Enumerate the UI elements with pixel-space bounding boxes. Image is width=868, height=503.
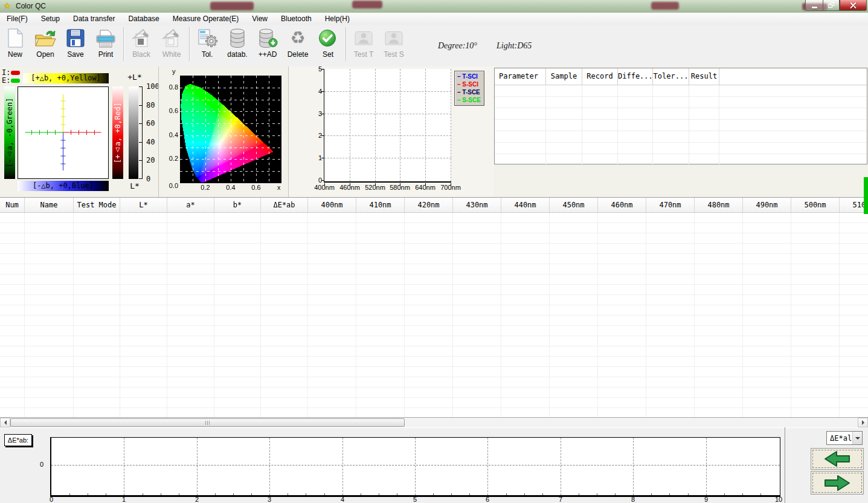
database-icon: [226, 27, 249, 50]
column-header-430nm[interactable]: 430nm: [453, 198, 501, 213]
column-header-Name[interactable]: Name: [25, 198, 74, 213]
column-header-500nm[interactable]: 500nm: [791, 198, 840, 213]
chevron-down-icon[interactable]: [852, 432, 862, 444]
scroll-right-button[interactable]: [858, 418, 868, 427]
menu-data-transfer[interactable]: Data transfer: [66, 13, 121, 25]
lightness-scale: 100806040200: [141, 86, 158, 179]
test-target-button[interactable]: Test T: [349, 27, 379, 64]
edge-indicator-bar: [864, 177, 868, 214]
black-calibration-button[interactable]: Black: [126, 27, 156, 64]
menu-view[interactable]: View: [245, 13, 274, 25]
column-header-a*[interactable]: a*: [167, 198, 214, 213]
cie-y-tick: 0.2: [160, 155, 178, 162]
column-header-460nm[interactable]: 460nm: [598, 198, 646, 213]
black-calibration-icon: [130, 27, 153, 50]
minimize-icon: [812, 7, 817, 8]
column-header-490nm[interactable]: 490nm: [743, 198, 791, 213]
trend-x-tick: 9: [704, 496, 708, 503]
trend-x-tick: 1: [122, 496, 126, 503]
column-header-400nm[interactable]: 400nm: [308, 198, 356, 213]
metric-dropdown[interactable]: ΔE*al: [826, 431, 863, 445]
menu-database[interactable]: Database: [121, 13, 166, 25]
column-header-410nm[interactable]: 410nm: [356, 198, 405, 213]
cie-x-axis-label: x: [277, 184, 281, 191]
wallpaper-blob: [651, 2, 679, 10]
param-table-row: [495, 154, 867, 166]
column-header-Test Mode[interactable]: Test Mode: [74, 198, 120, 213]
delete-button[interactable]: ♻ Delete: [283, 27, 313, 64]
titlebar[interactable]: ★ Color QC: [0, 0, 868, 13]
indicator-e-swatch: [11, 79, 20, 83]
save-button[interactable]: Save: [60, 27, 91, 64]
blue-axis-gradient-bar: [-△b, +0,Blue]: [18, 181, 109, 191]
column-header-sample[interactable]: Sample: [546, 68, 582, 85]
test-sample-button[interactable]: Test S: [379, 27, 409, 64]
column-header-470nm[interactable]: 470nm: [646, 198, 695, 213]
column-header-tolerance[interactable]: Toler...: [653, 68, 689, 85]
add-data-button[interactable]: ++AD: [252, 27, 283, 64]
column-header-440nm[interactable]: 440nm: [501, 198, 550, 213]
parameter-table: Parameter Sample Record Diffe... Toler..…: [494, 68, 867, 164]
restore-icon: [828, 2, 835, 8]
cie-y-tick: 0.8: [160, 83, 178, 91]
parameter-table-header: Parameter Sample Record Diffe... Toler..…: [495, 68, 867, 85]
trend-x-tick: 2: [195, 496, 199, 503]
open-folder-icon: [34, 27, 57, 50]
column-header-Num[interactable]: Num: [0, 198, 25, 213]
legend-entry-t-sce: – T-SCE: [457, 88, 484, 96]
white-calibration-button[interactable]: White: [156, 27, 187, 64]
tolerance-button[interactable]: Tol.: [192, 27, 222, 64]
restore-button[interactable]: [823, 0, 840, 11]
database-button[interactable]: datab.: [222, 27, 252, 64]
horizontal-scrollbar[interactable]: [0, 417, 868, 427]
spectral-legend: – T-SCI– S-SCI– T-SCE– S-SCE: [454, 71, 484, 106]
toolbar-separator: [123, 27, 124, 61]
column-header-parameter[interactable]: Parameter: [495, 68, 546, 85]
spectral-y-tick: 1: [314, 154, 322, 161]
menu-file[interactable]: File(F): [0, 13, 34, 25]
toolbar: New Open Save Print Black White: [0, 25, 868, 67]
lightness-gradient-bar: [129, 86, 138, 179]
scroll-left-button[interactable]: [0, 418, 10, 427]
column-header-480nm[interactable]: 480nm: [695, 198, 743, 213]
toolbar-label: New: [8, 50, 22, 59]
spectral-x-tick: 520nm: [365, 184, 385, 191]
column-header-ΔE*ab[interactable]: ΔE*ab: [261, 198, 308, 213]
minimize-button[interactable]: [805, 0, 823, 11]
toolbar-label: Black: [132, 50, 150, 59]
parameter-panel: Parameter Sample Record Diffe... Toler..…: [494, 67, 868, 197]
close-button[interactable]: [840, 0, 867, 11]
menu-setup[interactable]: Setup: [34, 13, 66, 25]
indicator-i-swatch: [11, 71, 20, 75]
lab-axes: [18, 87, 108, 178]
test-target-icon: [352, 27, 375, 50]
column-header-450nm[interactable]: 450nm: [550, 198, 598, 213]
lab-diff-plot: [18, 86, 109, 179]
previous-record-button[interactable]: [811, 448, 864, 470]
scrollbar-thumb[interactable]: [10, 418, 405, 427]
column-header-record[interactable]: Record: [582, 68, 618, 85]
open-button[interactable]: Open: [30, 27, 60, 64]
menu-measure-operate[interactable]: Measure Operate(E): [166, 13, 245, 25]
column-header-420nm[interactable]: 420nm: [405, 198, 453, 213]
menu-help[interactable]: Help(H): [318, 13, 356, 25]
green-axis-gradient-bar: [-△a, -0,Green]: [4, 86, 15, 179]
toolbar-label: Test T: [354, 50, 373, 59]
menu-bluetooth[interactable]: Bluetooth: [274, 13, 318, 25]
column-header-difference[interactable]: Diffe...: [618, 68, 653, 85]
set-button[interactable]: Set: [313, 27, 343, 64]
spectral-y-tick: 3: [314, 110, 322, 117]
print-button[interactable]: Print: [91, 27, 121, 64]
cie-x-tick: 0.4: [222, 184, 240, 191]
new-button[interactable]: New: [0, 27, 30, 64]
column-header-result[interactable]: Result: [689, 68, 719, 85]
record-table: NumNameTest ModeL*a*b*ΔE*ab400nm410nm420…: [0, 198, 868, 417]
lstar-label: L*: [123, 181, 147, 190]
next-record-button[interactable]: [811, 471, 864, 495]
column-header-L*[interactable]: L*: [120, 198, 167, 213]
column-header-b*[interactable]: b*: [214, 198, 261, 213]
record-table-body[interactable]: [0, 213, 868, 417]
trend-x-tick: 5: [413, 496, 417, 503]
left-arrow-icon: [2, 420, 7, 425]
toolbar-label: ++AD: [259, 50, 277, 59]
